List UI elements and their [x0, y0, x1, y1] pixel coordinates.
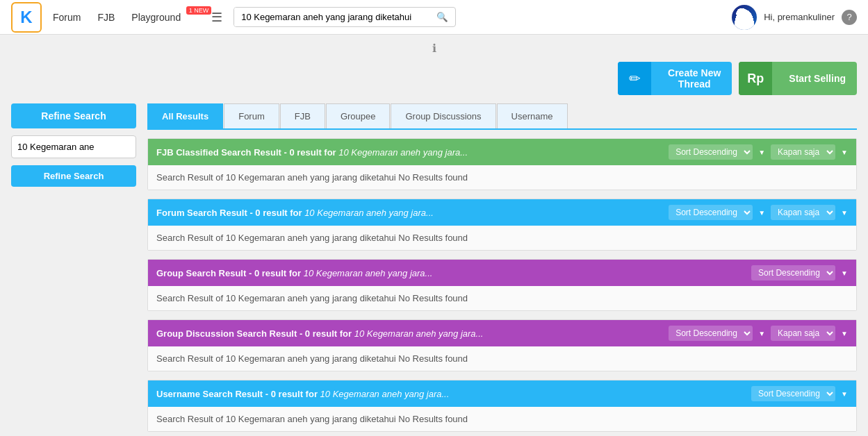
forum-result-controls: Sort Descending ▼ Kapan saja ▼ — [669, 205, 848, 220]
action-buttons: ✏ Create NewThread Rp Start Selling — [11, 62, 857, 95]
refine-search-input[interactable] — [11, 135, 136, 158]
group-result-title: Group Search Result - 0 result for 10 Ke… — [156, 268, 432, 278]
avatar[interactable] — [732, 5, 757, 30]
username-result-header: Username Search Result - 0 result for 10… — [148, 380, 856, 407]
group-discussion-sort-arrow: ▼ — [758, 330, 765, 337]
search-panel: Refine Search Refine Search All Results … — [11, 103, 857, 436]
create-thread-button[interactable]: ✏ Create NewThread — [618, 62, 732, 95]
group-sort-arrow: ▼ — [841, 269, 848, 277]
fjb-result-body: Search Result of 10 Kegemaran aneh yang … — [148, 165, 856, 190]
forum-result-title: Forum Search Result - 0 result for 10 Ke… — [156, 208, 434, 218]
tab-all-results[interactable]: All Results — [147, 103, 223, 128]
username-result-title: Username Search Result - 0 result for 10… — [156, 389, 449, 399]
start-selling-button[interactable]: Rp Start Selling — [739, 62, 857, 95]
refine-search-top-button[interactable]: Refine Search — [11, 103, 136, 128]
nav: Forum FJB Playground 1 NEW — [53, 12, 197, 23]
group-result-header: Group Search Result - 0 result for 10 Ke… — [148, 260, 856, 286]
tab-username[interactable]: Username — [497, 103, 568, 128]
search-button[interactable]: 🔍 — [429, 8, 455, 26]
menu-icon[interactable]: ☰ — [211, 10, 222, 25]
tab-fjb[interactable]: FJB — [280, 103, 325, 128]
username-greeting: Hi, premankuliner — [764, 12, 835, 22]
username-result-section: Username Search Result - 0 result for 10… — [147, 380, 857, 432]
nav-playground[interactable]: Playground 1 NEW — [131, 12, 197, 23]
forum-sort-arrow: ▼ — [758, 209, 765, 217]
tab-forum[interactable]: Forum — [224, 103, 279, 128]
refine-search-bottom-button[interactable]: Refine Search — [11, 165, 136, 187]
nav-forum[interactable]: Forum — [53, 12, 81, 23]
search-input[interactable] — [234, 8, 429, 26]
fjb-sort-dropdown[interactable]: Sort Descending — [669, 144, 753, 160]
forum-time-dropdown[interactable]: Kapan saja — [771, 205, 835, 220]
group-discussion-result-section: Group Discussion Search Result - 0 resul… — [147, 319, 857, 371]
group-discussion-sort-dropdown[interactable]: Sort Descending — [669, 326, 753, 341]
header-right: Hi, premankuliner ? — [732, 5, 857, 30]
fjb-time-arrow: ▼ — [841, 149, 848, 156]
tabs: All Results Forum FJB Groupee Group Disc… — [147, 103, 857, 130]
start-selling-icon: Rp — [739, 62, 772, 95]
username-sort-arrow: ▼ — [841, 390, 848, 398]
username-result-body: Search Result of 10 Kegemaran aneh yang … — [148, 407, 856, 431]
group-result-controls: Sort Descending ▼ — [751, 265, 848, 280]
group-discussion-result-header: Group Discussion Search Result - 0 resul… — [148, 320, 856, 346]
fjb-time-dropdown[interactable]: Kapan saja — [771, 144, 835, 160]
results-area: All Results Forum FJB Groupee Group Disc… — [147, 103, 857, 436]
tab-groupee[interactable]: Groupee — [326, 103, 391, 128]
fjb-result-header: FJB Classified Search Result - 0 result … — [148, 139, 856, 165]
forum-time-arrow: ▼ — [841, 209, 848, 217]
group-discussion-result-title: Group Discussion Search Result - 0 resul… — [156, 328, 483, 339]
group-result-section: Group Search Result - 0 result for 10 Ke… — [147, 259, 857, 311]
forum-sort-dropdown[interactable]: Sort Descending — [669, 205, 753, 220]
logo-letter: K — [20, 8, 32, 27]
help-icon[interactable]: ? — [842, 10, 857, 25]
info-bar: ℹ — [11, 42, 857, 55]
group-discussion-result-controls: Sort Descending ▼ Kapan saja ▼ — [669, 326, 848, 341]
logo[interactable]: K — [11, 2, 42, 33]
forum-result-header: Forum Search Result - 0 result for 10 Ke… — [148, 199, 856, 226]
nav-fjb[interactable]: FJB — [97, 12, 115, 23]
create-thread-label: Create NewThread — [657, 67, 732, 90]
fjb-result-controls: Sort Descending ▼ Kapan saja ▼ — [669, 144, 848, 160]
refine-sidebar: Refine Search Refine Search — [11, 103, 136, 436]
group-discussion-result-body: Search Result of 10 Kegemaran aneh yang … — [148, 346, 856, 371]
username-sort-dropdown[interactable]: Sort Descending — [751, 386, 835, 401]
create-thread-icon: ✏ — [618, 62, 651, 95]
forum-result-body: Search Result of 10 Kegemaran aneh yang … — [148, 226, 856, 250]
username-result-controls: Sort Descending ▼ — [751, 386, 848, 401]
start-selling-label: Start Selling — [778, 73, 857, 84]
main-container: ℹ ✏ Create NewThread Rp Start Selling Re… — [0, 35, 868, 436]
info-icon[interactable]: ℹ — [432, 42, 436, 55]
group-discussion-time-dropdown[interactable]: Kapan saja — [771, 326, 835, 341]
tab-group-discussions[interactable]: Group Discussions — [391, 103, 496, 128]
group-discussion-time-arrow: ▼ — [841, 330, 848, 337]
group-result-body: Search Result of 10 Kegemaran aneh yang … — [148, 286, 856, 310]
group-sort-dropdown[interactable]: Sort Descending — [751, 265, 835, 280]
forum-result-section: Forum Search Result - 0 result for 10 Ke… — [147, 199, 857, 251]
fjb-sort-arrow: ▼ — [758, 149, 765, 156]
playground-badge: 1 NEW — [186, 6, 212, 15]
search-bar: 🔍 — [234, 7, 456, 27]
fjb-result-section: FJB Classified Search Result - 0 result … — [147, 138, 857, 190]
header: K Forum FJB Playground 1 NEW ☰ 🔍 Hi, pre… — [0, 0, 868, 35]
fjb-result-title: FJB Classified Search Result - 0 result … — [156, 147, 468, 158]
